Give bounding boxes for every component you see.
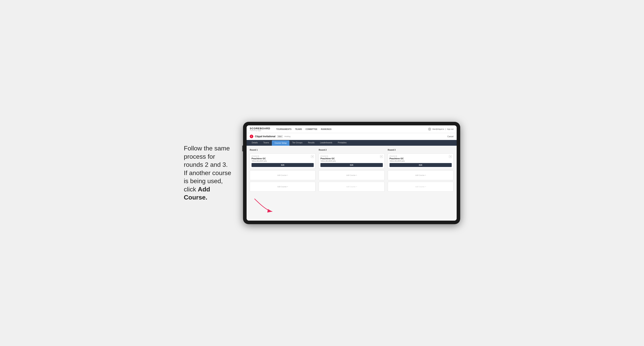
tablet-device: SCOREBOARD Powered by clippd TOURNAMENTS…	[243, 122, 460, 224]
tab-details[interactable]: Details	[249, 140, 260, 146]
round-3-edit-button[interactable]: Edit	[390, 163, 452, 167]
sign-out-link[interactable]: Sign out	[447, 128, 454, 130]
round-2-delete-button[interactable]: ✕	[380, 155, 383, 158]
round-1-add-course-2[interactable]: Add Course +	[250, 182, 316, 192]
round-3-add-course-2: Add Course +	[388, 182, 454, 192]
round-2-course-card: (Course A) Peachtree GC Yellow (M) (6629…	[319, 153, 384, 169]
round-1-course-details: Yellow (M) (6629 yds)	[252, 160, 267, 162]
tab-course-setup[interactable]: Course Setup	[272, 140, 290, 146]
tab-leaderboards[interactable]: Leaderboards	[317, 140, 335, 146]
round-1-edit-button[interactable]: Edit	[252, 163, 314, 167]
nav-rankings[interactable]: RANKINGS	[321, 128, 332, 130]
tab-teams[interactable]: Teams	[260, 140, 272, 146]
user-email: blair@clippd.io	[432, 128, 444, 130]
rounds-grid: Round 1 (Course A) Peachtree GC Yellow (…	[250, 149, 454, 192]
round-2-add-course-1[interactable]: Add Course +	[319, 170, 384, 180]
nav-links: TOURNAMENTS TEAMS COMMITTEE RANKINGS	[276, 128, 424, 130]
instruction-text: Follow the sameprocess forrounds 2 and 3…	[184, 144, 235, 202]
nav-committee[interactable]: COMMITTEE	[306, 128, 318, 130]
sub-nav: Details Teams Course Setup Tee Groups Re…	[246, 140, 457, 146]
top-nav: SCOREBOARD Powered by clippd TOURNAMENTS…	[246, 125, 457, 133]
round-3-card-header: (Course A) Peachtree GC Yellow (M) (6629…	[390, 155, 452, 162]
round-3-column: Round 3 (Course A) Peachtree GC Yellow (…	[388, 149, 454, 192]
logo-sub: Powered by clippd	[250, 130, 270, 131]
scoreboard-logo: SCOREBOARD Powered by clippd	[250, 127, 270, 131]
logo-main: SCOREBOARD	[250, 127, 270, 130]
breadcrumb-row: C Clippd Invitational Men Hosting Cancel	[246, 133, 457, 140]
round-3-course-label: (Course A)	[390, 155, 405, 157]
nav-teams[interactable]: TEAMS	[295, 128, 302, 130]
cancel-button[interactable]: Cancel	[447, 136, 454, 138]
breadcrumb-left: C Clippd Invitational Men Hosting	[250, 135, 290, 138]
round-1-header: Round 1	[250, 149, 316, 151]
round-2-edit-button[interactable]: Edit	[320, 163, 382, 167]
round-2-add-course-label-1: Add Course +	[346, 174, 357, 176]
tournament-badge: Men	[277, 135, 283, 138]
round-1-course-card: (Course A) Peachtree GC Yellow (M) (6629…	[250, 153, 316, 169]
app-letter: C	[251, 136, 252, 138]
round-1-course-info: (Course A) Peachtree GC Yellow (M) (6629…	[252, 155, 267, 162]
round-1-column: Round 1 (Course A) Peachtree GC Yellow (…	[250, 149, 316, 192]
round-3-add-course-1[interactable]: Add Course +	[388, 170, 454, 180]
round-1-course-label: (Course A)	[252, 155, 267, 157]
round-2-add-course-label-2: Add Course +	[346, 186, 357, 188]
nav-right: blair@clippd.io | Sign out	[428, 128, 454, 131]
nav-tournaments[interactable]: TOURNAMENTS	[276, 128, 292, 130]
tournament-title: Clippd Invitational	[255, 135, 276, 138]
round-3-course-details: Yellow (M) (6629 yds)	[390, 160, 405, 162]
round-1-delete-button[interactable]: ✕	[311, 155, 314, 158]
round-2-card-header: (Course A) Peachtree GC Yellow (M) (6629…	[320, 155, 382, 162]
round-1-card-header: (Course A) Peachtree GC Yellow (M) (6629…	[252, 155, 314, 162]
round-3-header: Round 3	[388, 149, 454, 151]
main-content: Round 1 (Course A) Peachtree GC Yellow (…	[246, 146, 457, 221]
round-3-course-card: (Course A) Peachtree GC Yellow (M) (6629…	[388, 153, 454, 169]
tablet-screen: SCOREBOARD Powered by clippd TOURNAMENTS…	[246, 125, 457, 221]
round-2-header: Round 2	[319, 149, 384, 151]
nav-divider: |	[446, 128, 446, 130]
round-2-column: Round 2 (Course A) Peachtree GC Yellow (…	[319, 149, 384, 192]
round-1-add-course-1[interactable]: Add Course +	[250, 170, 316, 180]
user-avatar	[428, 128, 431, 131]
round-2-course-info: (Course A) Peachtree GC Yellow (M) (6629…	[320, 155, 336, 162]
round-3-delete-button[interactable]: ✕	[449, 155, 452, 158]
round-3-add-course-label-1: Add Course +	[415, 174, 426, 176]
tab-results[interactable]: Results	[305, 140, 317, 146]
round-1-add-course-label-1: Add Course +	[277, 174, 288, 176]
page-wrapper: Follow the sameprocess forrounds 2 and 3…	[184, 122, 460, 224]
round-2-add-course-2: Add Course +	[319, 182, 384, 192]
tab-tee-groups[interactable]: Tee Groups	[290, 140, 305, 146]
round-3-add-course-label-2: Add Course +	[415, 186, 426, 188]
tab-printables[interactable]: Printables	[335, 140, 349, 146]
app-logo: C	[250, 135, 253, 138]
round-1-add-course-label-2: Add Course +	[277, 186, 288, 188]
round-3-course-name: Peachtree GC	[390, 157, 405, 160]
round-2-course-details: Yellow (M) (6629 yds)	[320, 160, 336, 162]
round-2-course-name: Peachtree GC	[320, 157, 336, 160]
tournament-status: Hosting	[284, 136, 290, 137]
round-2-course-label: (Course A)	[320, 155, 336, 157]
round-3-course-info: (Course A) Peachtree GC Yellow (M) (6629…	[390, 155, 405, 162]
round-1-course-name: Peachtree GC	[252, 157, 267, 160]
